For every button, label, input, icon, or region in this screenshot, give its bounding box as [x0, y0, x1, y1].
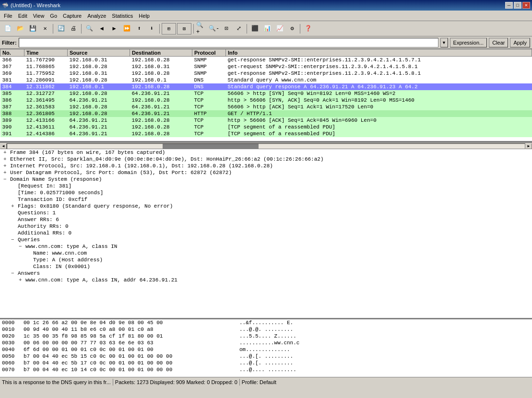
toolbar-print[interactable]: 🖨	[68, 23, 79, 35]
detail-item[interactable]: +User Datagram Protocol, Src Port: domai…	[0, 169, 532, 176]
close-button[interactable]: ✕	[522, 2, 530, 9]
toolbar-filter2[interactable]: ⊠	[177, 23, 191, 35]
cell-5: Standard query response A 64.236.91.21 A…	[226, 83, 532, 90]
toolbar-close[interactable]: ✕	[39, 23, 51, 35]
toolbar-new[interactable]: 📄	[2, 23, 13, 35]
hscroll-track[interactable]	[7, 143, 525, 149]
detail-item[interactable]: +Internet Protocol, Src: 192.168.0.1 (19…	[0, 163, 532, 169]
table-row[interactable]: 39112.41438664.236.91.21192.168.0.28TCP[…	[0, 130, 532, 137]
col-proto[interactable]: Protocol	[192, 49, 226, 57]
menu-capture[interactable]: Capture	[60, 12, 84, 20]
hscroll-thumb[interactable]	[163, 144, 259, 149]
toolbar-save[interactable]: 💾	[27, 23, 38, 35]
detail-item[interactable]: −www.cnn.com: type A, class IN	[0, 243, 532, 250]
menu-file[interactable]: File	[1, 12, 15, 20]
toolbar-jump3[interactable]: ⬇	[146, 23, 157, 35]
table-row[interactable]: 38612.36149564.236.91.21192.168.0.28TCPh…	[0, 97, 532, 104]
detail-item[interactable]: −Domain Name System (response)	[0, 176, 532, 183]
detail-item: [Time: 0.025771000 seconds]	[0, 189, 532, 196]
hex-row: 0040 6f 6d 00 00 01 00 01 c0 0c 00 01 00…	[0, 346, 532, 353]
expand-icon[interactable]: +	[3, 163, 9, 169]
expression-button[interactable]: Expression...	[450, 38, 487, 47]
hex-pane[interactable]: 0000 00 1c 26 66 a2 00 0e 8e 04 d0 9e 08…	[0, 319, 532, 377]
hscroll-right[interactable]: ▶	[525, 143, 532, 149]
expand-icon[interactable]: −	[19, 244, 24, 249]
toolbar-next[interactable]: ▶	[108, 23, 120, 35]
hex-offset: 0010	[2, 327, 24, 332]
table-row[interactable]: 38412.311862192.168.0.1192.168.0.28DNSSt…	[0, 83, 532, 90]
table-row[interactable]: 36911.775952192.168.0.31192.168.0.28SNMP…	[0, 70, 532, 77]
menu-view[interactable]: View	[30, 12, 47, 20]
toolbar-help[interactable]: ❓	[302, 23, 314, 35]
expand-icon[interactable]: +	[3, 150, 9, 155]
filter-input[interactable]	[19, 38, 438, 47]
cell-5: get-response SNMPv2-SMI::enterprises.11.…	[226, 70, 532, 77]
menu-go[interactable]: Go	[47, 12, 60, 20]
menu-help[interactable]: Help	[136, 12, 153, 20]
toolbar-zoom-in[interactable]: 🔍+	[196, 23, 207, 35]
detail-item[interactable]: +Flags: 0x8180 (Standard query response,…	[0, 203, 532, 210]
clear-button[interactable]: Clear	[489, 38, 508, 47]
detail-pane[interactable]: +Frame 384 (167 bytes on wire, 167 bytes…	[0, 149, 532, 319]
table-row[interactable]: 38512.312727192.168.0.2864.236.91.21TCP5…	[0, 90, 532, 97]
table-row[interactable]: 36611.767290192.168.0.31192.168.0.28SNMP…	[0, 57, 532, 64]
detail-item[interactable]: −Answers	[0, 270, 532, 277]
hex-row: 0070 b7 00 04 40 ec 10 14 c0 0c 00 01 00…	[0, 366, 532, 373]
expand-icon[interactable]: −	[11, 270, 17, 276]
table-row[interactable]: 38712.361583192.168.0.2864.236.91.21TCP5…	[0, 104, 532, 110]
col-info[interactable]: Info	[226, 49, 532, 57]
col-dest[interactable]: Destination	[130, 49, 192, 57]
detail-text: Type: A (Host address)	[33, 257, 530, 263]
toolbar-settings[interactable]: ⚙	[286, 23, 298, 35]
toolbar-capture2[interactable]: 📊	[261, 23, 273, 35]
packet-hscroll[interactable]: ◀ ▶	[0, 142, 532, 149]
detail-item[interactable]: +www.cnn.com: type A, class IN, addr 64.…	[0, 277, 532, 283]
expand-icon[interactable]: +	[19, 277, 24, 283]
col-time[interactable]: Time	[24, 49, 68, 57]
table-row[interactable]: 39012.41361164.236.91.21192.168.0.28TCP[…	[0, 124, 532, 130]
toolbar-open[interactable]: 📂	[14, 23, 26, 35]
toolbar-find[interactable]: 🔍	[83, 23, 95, 35]
cell-4: TCP	[192, 104, 226, 110]
table-row[interactable]: 38812.361805192.168.0.2864.236.91.21HTTP…	[0, 110, 532, 117]
toolbar-jump2[interactable]: ⬆	[133, 23, 145, 35]
detail-item[interactable]: +Ethernet II, Src: Sparklan_04:d0:9e (00…	[0, 156, 532, 163]
status-left: This is a response to the DNS query in t…	[2, 379, 111, 385]
hscroll-left[interactable]: ◀	[0, 143, 7, 149]
expand-icon[interactable]: +	[3, 156, 9, 162]
detail-item[interactable]: −Queries	[0, 236, 532, 243]
packet-list[interactable]: No. Time Source Destination Protocol Inf…	[0, 49, 532, 142]
table-row[interactable]: 38912.41316664.236.91.21192.168.0.28TCPh…	[0, 117, 532, 124]
maximize-button[interactable]: □	[514, 2, 521, 9]
toolbar-prev[interactable]: ◀	[96, 23, 107, 35]
minimize-button[interactable]: ─	[505, 2, 513, 9]
expand-icon[interactable]: +	[11, 203, 17, 209]
expand-icon[interactable]: +	[3, 170, 9, 176]
toolbar-capture1[interactable]: ⬛	[249, 23, 260, 35]
cell-1: 12.414386	[24, 130, 68, 137]
menu-statistics[interactable]: Statistics	[109, 12, 136, 20]
cell-0: 367	[0, 63, 24, 70]
col-no[interactable]: No.	[0, 49, 24, 57]
toolbar-capture3[interactable]: 📈	[274, 23, 285, 35]
detail-text: Authority RRs: 0	[18, 223, 530, 229]
cell-0: 389	[0, 117, 24, 124]
cell-5: 56606 > http [ACK] Seq=1 Ack=1 Win=17520…	[226, 104, 532, 110]
table-row[interactable]: 38112.286091192.168.0.28192.168.0.1DNSSt…	[0, 77, 532, 83]
expand-icon[interactable]: −	[3, 176, 9, 182]
toolbar-zoom-reset[interactable]: ⊡	[221, 23, 232, 35]
toolbar-jump[interactable]: ⏩	[121, 23, 132, 35]
filter-dropdown[interactable]: ▼	[440, 38, 448, 47]
col-source[interactable]: Source	[68, 49, 130, 57]
detail-item[interactable]: +Frame 384 (167 bytes on wire, 167 bytes…	[0, 149, 532, 156]
toolbar-reload[interactable]: 🔄	[55, 23, 67, 35]
expand-icon[interactable]: −	[11, 237, 17, 243]
apply-button[interactable]: Apply	[510, 38, 530, 47]
toolbar-zoom-out[interactable]: 🔍-	[208, 23, 220, 35]
toolbar-zoom-full[interactable]: ⤢	[233, 23, 245, 35]
detail-text: [Time: 0.025771000 seconds]	[18, 190, 530, 196]
toolbar-filter1[interactable]: ⊞	[162, 23, 176, 35]
menu-edit[interactable]: Edit	[15, 12, 30, 20]
menu-analyze[interactable]: Analyze	[84, 12, 109, 20]
table-row[interactable]: 36711.768865192.168.0.28192.168.0.31SNMP…	[0, 63, 532, 70]
